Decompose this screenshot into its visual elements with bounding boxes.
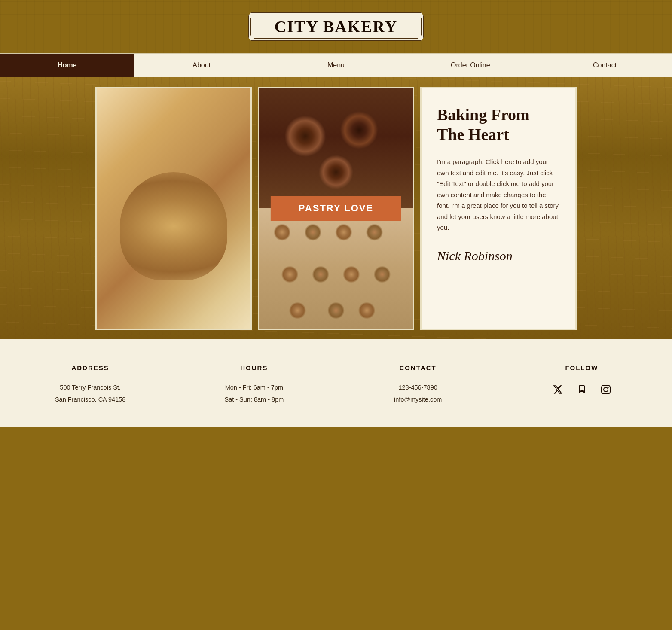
nav-item-order[interactable]: Order Online	[403, 54, 538, 77]
footer-address: ADDRESS 500 Terry Francois St. San Franc…	[9, 360, 172, 410]
instagram-icon[interactable]	[598, 382, 614, 397]
address-line1: 500 Terry Francois St.	[26, 382, 155, 394]
site-footer: ADDRESS 500 Terry Francois St. San Franc…	[0, 339, 672, 427]
nav-item-menu[interactable]: Menu	[269, 54, 403, 77]
cookies-top-visual	[259, 88, 413, 208]
cookies-bottom-visual	[259, 208, 413, 329]
text-panel: Baking From The Heart I'm a paragraph. C…	[420, 87, 577, 330]
pastry-love-banner: PASTRY LOVE	[271, 196, 401, 221]
contact-email: info@mysite.com	[354, 394, 483, 406]
hours-heading: HOURS	[189, 364, 318, 371]
footer-hours: HOURS Mon - Fri: 6am - 7pm Sat - Sun: 8a…	[172, 360, 336, 410]
site-title: CITY BAKERY	[275, 17, 397, 36]
main-content: PASTRY LOVE Baking From The Heart I'm a …	[0, 77, 672, 339]
bread-image	[97, 88, 250, 329]
hours-line2: Sat - Sun: 8am - 8pm	[189, 394, 318, 406]
cookies-image-panel: PASTRY LOVE	[258, 87, 414, 330]
svg-rect-0	[602, 385, 610, 394]
address-line2: San Francisco, CA 94158	[26, 394, 155, 406]
nav-item-about[interactable]: About	[134, 54, 269, 77]
foursquare-icon[interactable]	[574, 382, 590, 397]
svg-point-1	[604, 387, 608, 392]
baking-description: I'm a paragraph. Click here to add your …	[437, 156, 560, 233]
footer-follow: FOLLOW	[500, 360, 663, 410]
bread-hands-visual	[97, 88, 250, 329]
cookies-panel: PASTRY LOVE	[259, 88, 413, 329]
main-nav: Home About Menu Order Online Contact	[0, 53, 672, 77]
social-icons	[517, 382, 646, 397]
nav-item-home[interactable]: Home	[0, 54, 134, 77]
contact-phone: 123-456-7890	[354, 382, 483, 394]
address-heading: ADDRESS	[26, 364, 155, 371]
contact-heading: CONTACT	[354, 364, 483, 371]
signature: Nick Robinson	[437, 249, 560, 263]
site-header: CITY BAKERY	[0, 0, 672, 53]
footer-contact: CONTACT 123-456-7890 info@mysite.com	[336, 360, 500, 410]
nav-item-contact[interactable]: Contact	[538, 54, 672, 77]
logo-frame: CITY BAKERY	[248, 12, 424, 41]
hours-line1: Mon - Fri: 6am - 7pm	[189, 382, 318, 394]
twitter-icon[interactable]	[550, 382, 565, 397]
content-grid: PASTRY LOVE Baking From The Heart I'm a …	[95, 87, 577, 330]
follow-heading: FOLLOW	[517, 364, 646, 371]
baking-heading: Baking From The Heart	[437, 105, 560, 144]
svg-point-2	[608, 387, 609, 388]
bread-image-panel	[95, 87, 252, 330]
